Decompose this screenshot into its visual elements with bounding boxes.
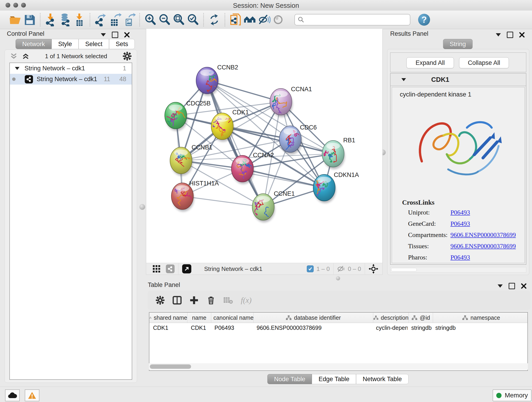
panel-menu-icon[interactable] xyxy=(498,284,503,288)
node-CDK1[interactable]: CDK1 xyxy=(210,109,249,142)
column-header-@id[interactable]: @id xyxy=(409,313,433,323)
show-all-panels-icon[interactable] xyxy=(243,13,257,27)
float-panel-icon[interactable] xyxy=(507,32,513,38)
close-panel-icon[interactable] xyxy=(519,32,525,38)
cloud-status-button[interactable] xyxy=(5,389,20,401)
close-panel-icon[interactable] xyxy=(521,283,526,289)
collapse-entry-icon[interactable] xyxy=(401,78,406,81)
add-column-icon[interactable] xyxy=(190,296,199,305)
column-header-namespace[interactable]: namespace xyxy=(433,313,528,323)
expand-all-icon[interactable] xyxy=(22,52,30,60)
title-bar: Session: New Session xyxy=(0,0,532,11)
table-cell: cyclin-dependent ... xyxy=(372,323,408,332)
node-HIST1H1A[interactable]: HIST1H1A xyxy=(171,180,219,211)
network-row[interactable]: String Network – cdk1 11 48 xyxy=(10,74,132,85)
tab-string[interactable]: String xyxy=(443,39,473,49)
crosslink-link[interactable]: P06493 xyxy=(450,254,470,261)
crosslink-link[interactable]: 9606.ENSP00000378699 xyxy=(450,231,516,239)
crosslink-label: Compartments: xyxy=(408,231,450,239)
collapse-all-button[interactable]: Collapse All xyxy=(459,57,509,68)
edge-HIST1H1A-CCNE1[interactable] xyxy=(182,196,263,207)
node-label-CCNB1: CCNB1 xyxy=(191,144,213,151)
node-CCNB2[interactable]: CCNB2 xyxy=(196,64,238,96)
float-panel-icon[interactable] xyxy=(509,283,515,289)
export-image-icon[interactable] xyxy=(122,13,136,27)
export-table-icon[interactable] xyxy=(108,13,122,27)
birdseye-toggle-icon[interactable] xyxy=(369,264,378,274)
selected-checkbox-icon[interactable] xyxy=(307,265,314,272)
network-share-icon[interactable] xyxy=(166,264,175,273)
node-table[interactable]: shared namenamecanonical namedatabase id… xyxy=(149,312,528,371)
tab-select[interactable]: Select xyxy=(79,39,109,49)
zoom-in-icon[interactable] xyxy=(143,13,157,27)
crosslink-link[interactable]: 9606.ENSP00000378699 xyxy=(450,242,516,250)
tab-sets[interactable]: Sets xyxy=(109,39,135,49)
tree-expand-icon[interactable] xyxy=(15,67,19,70)
network-type-icon xyxy=(25,75,33,83)
edge-CCNA2-CDKN1A[interactable] xyxy=(242,169,324,188)
gene-description: cyclin-dependent kinase 1 xyxy=(400,91,471,98)
table-row[interactable]: CDK1CDK1P064939606.ENSP00000378699cyclin… xyxy=(149,323,527,332)
network-canvas[interactable]: CCNB2CCNA1CDC25BCDK1CDC6RB1CCNB1CCNA2CDK… xyxy=(146,29,383,263)
results-panel: Results Panel String Expand All Collapse… xyxy=(385,30,531,275)
node-CDKN1A[interactable]: CDKN1A xyxy=(313,172,359,203)
tab-network[interactable]: Network xyxy=(16,39,51,49)
help-button[interactable]: ? xyxy=(418,14,430,26)
crosslink-link[interactable]: P06493 xyxy=(450,220,470,227)
import-table-icon[interactable] xyxy=(72,13,86,27)
refresh-view-icon[interactable] xyxy=(207,13,221,27)
table-settings-gear-icon[interactable] xyxy=(156,296,165,305)
control-panel-title: Control Panel xyxy=(7,30,44,37)
node-CCNB1[interactable]: CCNB1 xyxy=(170,144,213,176)
result-card-header[interactable]: CDK1 xyxy=(390,73,526,86)
tab-node-table[interactable]: Node Table xyxy=(267,374,312,384)
zoom-out-icon[interactable] xyxy=(157,13,172,27)
column-type-icon xyxy=(462,315,468,320)
node-RB1[interactable]: RB1 xyxy=(322,137,355,169)
tab-edge-table[interactable]: Edge Table xyxy=(312,374,356,384)
gear-icon[interactable] xyxy=(123,51,132,61)
column-header-name[interactable]: name xyxy=(187,313,211,323)
edge-CCNB2-CCNE1[interactable] xyxy=(207,80,263,207)
open-in-window-icon[interactable] xyxy=(182,264,191,274)
duplicate-network-icon[interactable] xyxy=(228,13,243,27)
column-header-shared-name[interactable]: shared name xyxy=(149,313,187,323)
export-network-icon[interactable] xyxy=(94,13,108,27)
node-CCNE1[interactable]: CCNE1 xyxy=(252,190,295,223)
show-columns-icon[interactable] xyxy=(172,296,182,305)
import-network-database-icon[interactable] xyxy=(58,13,72,27)
node-CDC25B[interactable]: CDC25B xyxy=(165,100,211,131)
network-list: String Network – cdk1 1 String Network –… xyxy=(9,63,132,380)
memory-button[interactable]: Memory xyxy=(493,389,532,401)
column-header-database-identifier[interactable]: database identifier xyxy=(254,313,373,323)
collapse-all-icon[interactable] xyxy=(10,52,18,60)
hide-panels-icon[interactable] xyxy=(257,13,271,27)
network-collection-row[interactable]: String Network – cdk1 1 xyxy=(10,63,132,74)
crosslink-link[interactable]: P06493 xyxy=(450,209,470,216)
birdseye-icon[interactable] xyxy=(271,13,285,27)
search-input[interactable] xyxy=(294,14,410,26)
import-network-file-icon[interactable] xyxy=(44,13,58,27)
panel-menu-icon[interactable] xyxy=(101,33,106,36)
tab-style[interactable]: Style xyxy=(51,39,79,49)
results-hscrollbar[interactable] xyxy=(390,267,526,273)
panel-menu-icon[interactable] xyxy=(496,33,501,36)
node-label-CDC6: CDC6 xyxy=(300,124,317,131)
column-header-description[interactable]: description xyxy=(373,313,409,323)
warnings-button[interactable] xyxy=(25,389,39,401)
open-session-icon[interactable] xyxy=(8,13,22,27)
expand-all-button[interactable]: Expand All xyxy=(406,57,454,68)
zoom-fit-icon[interactable] xyxy=(172,13,186,27)
hidden-eye-icon xyxy=(337,265,345,272)
left-splitter-handle[interactable] xyxy=(139,204,145,210)
float-panel-icon[interactable] xyxy=(112,32,118,38)
table-hscrollbar[interactable] xyxy=(149,363,528,370)
table-toolbar: f(x) xyxy=(148,291,530,310)
column-header-canonical-name[interactable]: canonical name xyxy=(211,313,254,323)
delete-column-icon[interactable] xyxy=(206,296,215,305)
grid-view-icon[interactable] xyxy=(152,265,160,273)
tab-network-table[interactable]: Network Table xyxy=(356,374,409,384)
close-panel-icon[interactable] xyxy=(124,32,130,38)
save-session-icon[interactable] xyxy=(22,13,37,27)
zoom-selected-icon[interactable] xyxy=(186,13,200,27)
